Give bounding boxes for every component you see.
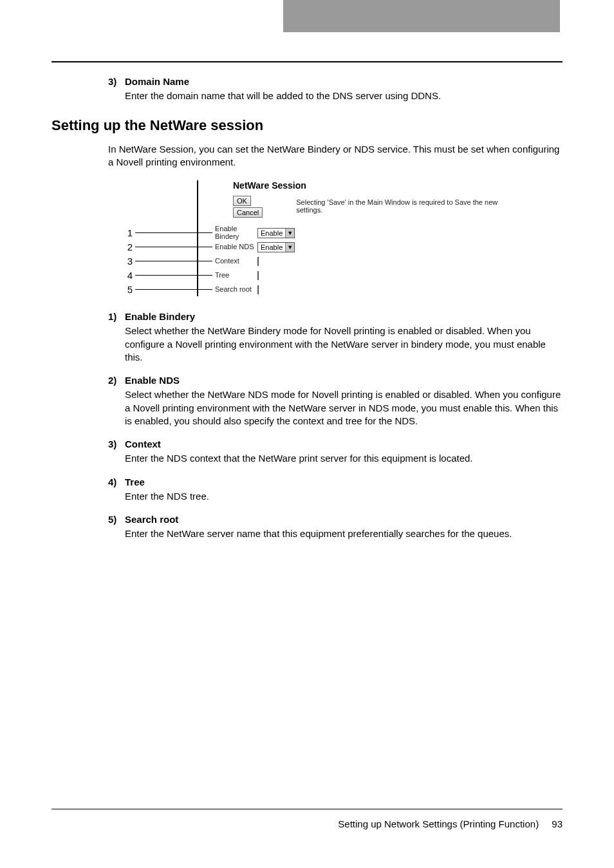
section-heading: Setting up the NetWare session xyxy=(51,117,563,134)
item-2-desc: Select whether the NetWare NDS mode for … xyxy=(125,388,563,428)
figure-button-row: OKCancel Selecting 'Save' in the Main Wi… xyxy=(233,194,520,218)
figure-row-label: Context xyxy=(212,257,257,265)
item-4-desc: Enter the NDS tree. xyxy=(125,490,563,503)
figure-row-enable-bindery: 1 Enable Bindery Enable ▼ xyxy=(124,225,520,240)
item-title: Search root xyxy=(125,513,178,526)
leader-line xyxy=(135,232,212,233)
item-1-heading: 1) Enable Bindery xyxy=(108,310,563,323)
chevron-down-icon: ▼ xyxy=(285,243,294,252)
enable-nds-select[interactable]: Enable ▼ xyxy=(257,242,295,252)
section-intro: In NetWare Session, you can set the NetW… xyxy=(108,143,563,169)
figure-row-num: 2 xyxy=(124,241,133,252)
ok-button[interactable]: OK xyxy=(233,196,251,206)
leader-line xyxy=(135,275,212,276)
page-number: 93 xyxy=(552,818,563,829)
item-3-desc: Enter the NDS context that the NetWare p… xyxy=(125,452,563,465)
item-num: 4) xyxy=(108,476,125,489)
content-area: 3) Domain Name Enter the domain name tha… xyxy=(51,61,563,551)
figure-row-search-root: 5 Search root xyxy=(124,282,520,296)
top-item-desc: Enter the domain name that will be added… xyxy=(125,90,563,102)
enable-bindery-select[interactable]: Enable ▼ xyxy=(257,228,295,238)
item-num: 1) xyxy=(108,310,125,323)
context-input[interactable] xyxy=(257,257,259,266)
search-root-input[interactable] xyxy=(257,285,259,294)
leader-line xyxy=(135,289,212,290)
footer: Setting up Network Settings (Printing Fu… xyxy=(51,809,563,829)
item-num: 5) xyxy=(108,513,125,526)
divider-line xyxy=(197,180,198,296)
figure-row-num: 3 xyxy=(124,256,133,267)
item-2-heading: 2) Enable NDS xyxy=(108,374,563,387)
figure-row-num: 1 xyxy=(124,227,133,238)
figure-row-num: 5 xyxy=(124,284,133,295)
figure-row-label: Tree xyxy=(212,271,257,279)
top-item-title: Domain Name xyxy=(125,75,189,88)
figure-row-label: Enable NDS xyxy=(212,243,257,250)
item-3-heading: 3) Context xyxy=(108,438,563,451)
chevron-down-icon: ▼ xyxy=(285,229,294,238)
item-title: Context xyxy=(125,438,161,451)
item-title: Enable Bindery xyxy=(125,310,195,323)
select-value: Enable xyxy=(258,229,285,237)
tree-input[interactable] xyxy=(257,271,259,280)
figure-title: NetWare Session xyxy=(233,180,520,191)
cancel-button[interactable]: Cancel xyxy=(233,207,263,218)
header-band xyxy=(283,0,560,32)
figure-row-label: Enable Bindery xyxy=(212,225,257,240)
item-num: 2) xyxy=(108,374,125,387)
figure-row-tree: 4 Tree xyxy=(124,268,520,282)
item-title: Enable NDS xyxy=(125,374,180,387)
item-num: 3) xyxy=(108,438,125,451)
leader-line xyxy=(135,261,212,261)
figure-row-label: Search root xyxy=(212,285,257,293)
leader-line xyxy=(135,247,212,247)
item-1-desc: Select whether the NetWare Bindery mode … xyxy=(125,325,563,364)
top-item-num: 3) xyxy=(108,75,125,88)
netware-figure: NetWare Session OKCancel Selecting 'Save… xyxy=(108,180,520,296)
figure-note: Selecting 'Save' in the Main Window is r… xyxy=(296,198,520,214)
item-5-desc: Enter the NetWare server name that this … xyxy=(125,527,563,540)
item-title: Tree xyxy=(125,476,145,489)
footer-text: Setting up Network Settings (Printing Fu… xyxy=(338,818,539,829)
item-5-heading: 5) Search root xyxy=(108,513,563,526)
figure-row-context: 3 Context xyxy=(124,254,520,268)
item-4-heading: 4) Tree xyxy=(108,476,563,489)
select-value: Enable xyxy=(258,243,285,251)
top-item-heading: 3) Domain Name xyxy=(108,75,563,88)
figure-row-num: 4 xyxy=(124,270,133,281)
figure-row-enable-nds: 2 Enable NDS Enable ▼ xyxy=(124,240,520,254)
